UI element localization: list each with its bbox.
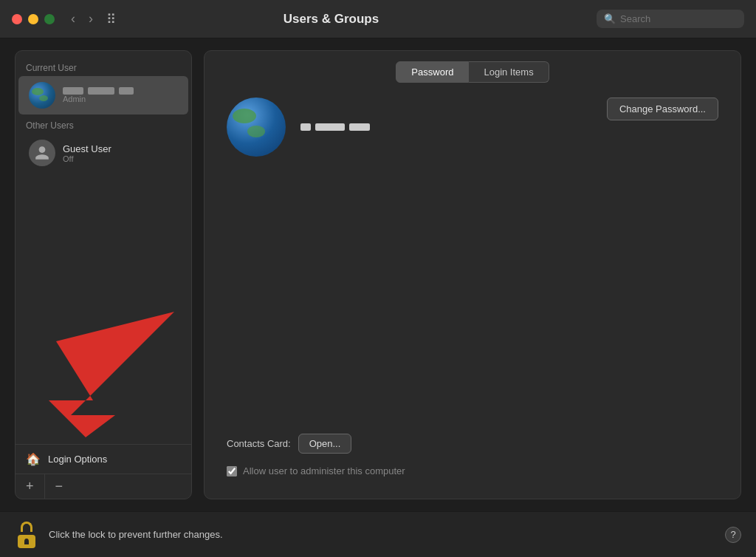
- search-input[interactable]: [620, 13, 737, 24]
- name-blur-1: [63, 87, 83, 95]
- guest-user-name: Guest User: [63, 143, 111, 154]
- add-user-button[interactable]: +: [16, 474, 44, 499]
- admin-checkbox-label: Allow user to administer this computer: [243, 465, 405, 476]
- search-bar: 🔍: [597, 10, 744, 28]
- guest-user-status: Off: [63, 154, 111, 163]
- pname-blur-2: [315, 123, 345, 131]
- sidebar-footer: 🏠 Login Options + −: [16, 444, 191, 499]
- current-user-role: Admin: [63, 95, 134, 103]
- tab-login-items[interactable]: Login Items: [469, 61, 549, 83]
- pname-blur-3: [349, 123, 370, 131]
- lock-keyhole: [24, 539, 29, 544]
- window-title: Users & Groups: [66, 12, 597, 27]
- current-user-avatar: [29, 82, 55, 109]
- help-button[interactable]: ?: [725, 527, 741, 543]
- other-users-section-label: Other Users: [16, 115, 191, 134]
- contacts-row: Contacts Card: Open...: [227, 434, 718, 454]
- panel-spacer: [227, 179, 718, 434]
- guest-user-item[interactable]: Guest User Off: [18, 134, 188, 172]
- sidebar: Current User Admin Other Users: [15, 50, 192, 499]
- current-user-info: Admin: [63, 87, 134, 103]
- lock-icon[interactable]: [15, 522, 38, 548]
- admin-checkbox[interactable]: [227, 466, 237, 476]
- fullscreen-button[interactable]: [44, 14, 55, 24]
- guest-user-avatar: [29, 140, 55, 166]
- search-icon: 🔍: [604, 13, 616, 24]
- current-user-name-blurred: [63, 87, 134, 95]
- admin-checkbox-row: Allow user to administer this computer: [227, 465, 718, 476]
- bottom-bar: Click the lock to prevent further change…: [0, 511, 756, 557]
- titlebar: ‹ › ⠿ Users & Groups 🔍: [0, 0, 756, 38]
- lock-body: [18, 535, 35, 548]
- user-profile-row: Change Password...: [227, 98, 718, 157]
- panel-body: Change Password... Contacts Card: Open..…: [205, 83, 740, 499]
- name-blur-3: [119, 87, 134, 95]
- profile-details: [300, 123, 370, 131]
- close-button[interactable]: [12, 14, 22, 24]
- name-blur-2: [88, 87, 114, 95]
- house-icon: 🏠: [26, 452, 41, 466]
- change-password-button[interactable]: Change Password...: [607, 98, 718, 120]
- login-options-label: Login Options: [48, 454, 107, 465]
- pname-blur-1: [300, 123, 311, 131]
- current-user-item[interactable]: Admin: [18, 76, 188, 115]
- guest-user-info: Guest User Off: [63, 143, 111, 163]
- right-panel: Password Login Items Change Password...: [204, 50, 741, 499]
- lock-shackle: [21, 522, 32, 532]
- tab-password[interactable]: Password: [396, 61, 469, 83]
- open-contacts-button[interactable]: Open...: [298, 434, 352, 454]
- traffic-lights: [12, 14, 55, 24]
- sidebar-body: Current User Admin Other Users: [16, 51, 191, 444]
- lock-text: Click the lock to prevent further change…: [49, 529, 223, 540]
- minimize-button[interactable]: [28, 14, 38, 24]
- remove-user-button[interactable]: −: [45, 474, 74, 499]
- profile-name-blurred: [300, 123, 370, 131]
- add-remove-bar: + −: [16, 474, 191, 499]
- profile-avatar: [227, 98, 286, 157]
- tab-bar: Password Login Items: [205, 51, 740, 83]
- current-user-section-label: Current User: [16, 57, 191, 76]
- main-content: Current User Admin Other Users: [0, 38, 756, 511]
- contacts-card-label: Contacts Card:: [227, 438, 291, 449]
- login-options-button[interactable]: 🏠 Login Options: [16, 445, 191, 474]
